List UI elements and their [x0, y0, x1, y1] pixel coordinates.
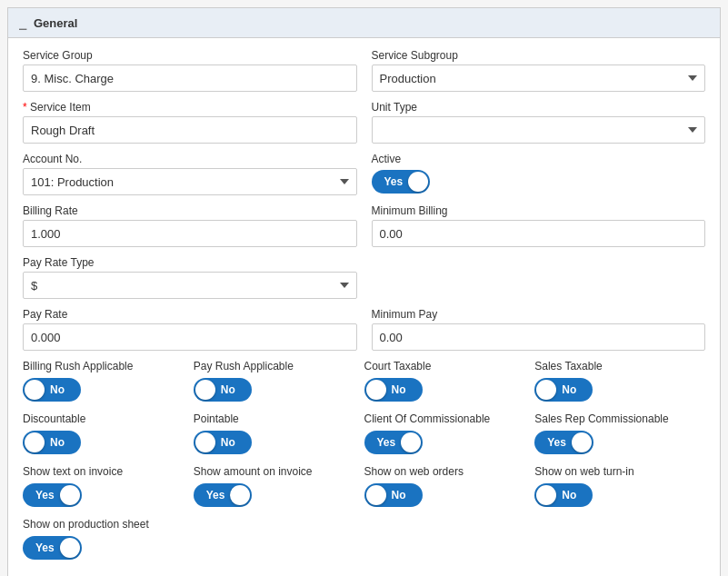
billing-rush-toggle[interactable]: No — [23, 378, 81, 402]
show-text-invoice-circle — [60, 485, 80, 505]
unit-type-select[interactable] — [372, 116, 706, 144]
col-court-taxable: Court Taxable No — [364, 360, 535, 403]
billing-rush-label: Billing Rush Applicable — [23, 360, 194, 372]
col-show-amount-invoice: Show amount on invoice Yes — [194, 465, 364, 509]
active-toggle-label: Yes — [377, 175, 411, 188]
client-commissionable-state: Yes — [370, 436, 404, 449]
minimum-pay-label: Minimum Pay — [372, 308, 706, 321]
show-amount-invoice-toggle[interactable]: Yes — [194, 483, 253, 507]
col-client-commissionable: Client Of Commissionable Yes — [364, 412, 535, 456]
show-production-sheet-toggle-wrap: Yes — [23, 534, 194, 561]
col-service-subgroup: Service Subgroup Production — [372, 49, 706, 92]
col-billing-rate: Billing Rate — [23, 204, 357, 247]
col-service-group: Service Group — [23, 49, 357, 92]
pointable-state: No — [214, 436, 243, 449]
col-pay-rate-type-empty — [372, 256, 706, 299]
col-sales-rep-commissionable: Sales Rep Commissionable Yes — [534, 412, 705, 456]
client-commissionable-toggle-wrap: Yes — [364, 429, 535, 456]
row-service-item: Service Item Unit Type — [23, 101, 705, 144]
sales-rep-commissionable-toggle[interactable]: Yes — [534, 431, 593, 454]
service-group-label: Service Group — [23, 49, 357, 62]
show-amount-invoice-toggle-wrap: Yes — [194, 482, 364, 509]
show-production-sheet-circle — [60, 538, 80, 558]
sales-rep-commissionable-state: Yes — [540, 436, 573, 449]
client-commissionable-circle — [401, 432, 421, 452]
show-web-turnin-toggle[interactable]: No — [534, 483, 593, 507]
show-web-orders-toggle[interactable]: No — [364, 483, 423, 507]
court-taxable-toggle-wrap: No — [364, 376, 535, 403]
billing-rush-toggle-wrap: No — [23, 376, 194, 403]
panel-body: Service Group Service Subgroup Productio… — [8, 38, 720, 576]
row-service-group: Service Group Service Subgroup Productio… — [23, 49, 705, 92]
account-no-select[interactable]: 101: Production — [23, 168, 357, 195]
active-toggle-circle — [408, 172, 428, 192]
sales-rep-commissionable-toggle-wrap: Yes — [534, 429, 705, 456]
court-taxable-state: No — [384, 383, 414, 396]
show-text-invoice-toggle-wrap: Yes — [23, 482, 194, 509]
pointable-toggle[interactable]: No — [194, 431, 252, 454]
general-panel: ⎯ General Service Group Service Subgroup… — [7, 7, 721, 576]
col-pay-rush: Pay Rush Applicable No — [194, 360, 364, 403]
collapse-icon[interactable]: ⎯ — [19, 15, 26, 30]
col-sales-taxable: Sales Taxable No — [534, 360, 705, 403]
show-production-sheet-toggle[interactable]: Yes — [23, 536, 82, 560]
discountable-toggle[interactable]: No — [23, 431, 81, 454]
pay-rush-circle — [195, 380, 215, 400]
row-toggles-2: Discountable No Pointable No — [23, 412, 705, 456]
service-item-input[interactable] — [23, 116, 357, 144]
service-subgroup-select[interactable]: Production — [372, 65, 706, 92]
sales-taxable-toggle-wrap: No — [534, 376, 705, 403]
active-label: Active — [372, 153, 706, 165]
col-account-no: Account No. 101: Production — [23, 153, 357, 195]
panel-header: ⎯ General — [8, 8, 720, 38]
show-web-turnin-state: No — [554, 489, 583, 502]
sales-taxable-label: Sales Taxable — [534, 360, 705, 372]
discountable-circle — [25, 432, 45, 452]
pay-rate-type-select[interactable]: $ — [23, 272, 357, 299]
show-web-orders-toggle-wrap: No — [364, 482, 535, 509]
court-taxable-label: Court Taxable — [364, 360, 535, 372]
col-unit-type: Unit Type — [372, 101, 706, 144]
client-commissionable-toggle[interactable]: Yes — [364, 431, 424, 454]
active-toggle[interactable]: Yes — [372, 170, 431, 194]
minimum-pay-input[interactable] — [372, 323, 706, 351]
billing-rate-input[interactable] — [23, 220, 357, 247]
col-empty-2 — [364, 518, 535, 561]
service-subgroup-label: Service Subgroup — [372, 49, 706, 62]
show-web-turnin-label: Show on web turn-in — [534, 465, 705, 478]
service-group-input[interactable] — [23, 65, 357, 92]
row-toggles-3: Show text on invoice Yes Show amount on … — [23, 465, 705, 509]
show-web-orders-circle — [366, 485, 386, 505]
service-item-label: Service Item — [23, 101, 357, 114]
sales-taxable-state: No — [554, 383, 583, 396]
row-toggles-1: Billing Rush Applicable No Pay Rush Appl… — [23, 360, 705, 403]
minimum-billing-input[interactable] — [372, 220, 706, 247]
pay-rush-toggle[interactable]: No — [194, 378, 252, 402]
sales-rep-commissionable-circle — [572, 432, 592, 452]
pay-rate-label: Pay Rate — [23, 308, 357, 321]
row-account-no: Account No. 101: Production Active Yes — [23, 153, 705, 195]
row-toggles-4: Show on production sheet Yes — [23, 518, 705, 561]
sales-taxable-toggle[interactable]: No — [534, 378, 593, 402]
pay-rush-state: No — [214, 383, 243, 396]
minimum-billing-label: Minimum Billing — [372, 204, 706, 217]
discountable-label: Discountable — [23, 412, 194, 425]
discountable-state: No — [43, 436, 72, 449]
col-billing-rush: Billing Rush Applicable No — [23, 360, 194, 403]
court-taxable-toggle[interactable]: No — [364, 378, 423, 402]
col-discountable: Discountable No — [23, 412, 194, 456]
show-amount-invoice-label: Show amount on invoice — [194, 465, 364, 478]
col-show-web-turnin: Show on web turn-in No — [534, 465, 705, 509]
show-web-turnin-toggle-wrap: No — [534, 482, 705, 509]
active-toggle-wrap: Yes — [372, 168, 706, 195]
col-show-production-sheet: Show on production sheet Yes — [23, 518, 194, 561]
col-pay-rate: Pay Rate — [23, 308, 357, 351]
account-no-label: Account No. — [23, 153, 357, 165]
pay-rush-label: Pay Rush Applicable — [194, 360, 364, 372]
show-amount-invoice-state: Yes — [199, 489, 233, 502]
pay-rush-toggle-wrap: No — [194, 376, 364, 403]
billing-rush-circle — [25, 380, 45, 400]
show-text-invoice-toggle[interactable]: Yes — [23, 483, 82, 507]
pay-rate-type-label: Pay Rate Type — [23, 256, 357, 269]
pay-rate-input[interactable] — [23, 323, 357, 351]
